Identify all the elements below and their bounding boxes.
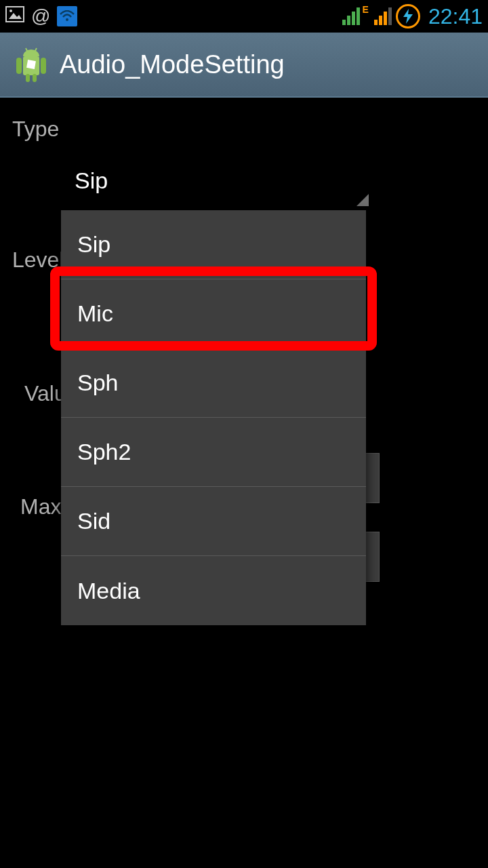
spinner-selected: Sip (75, 167, 108, 194)
svg-rect-0 (6, 7, 24, 22)
svg-rect-12 (26, 60, 36, 69)
dropdown-item-mic[interactable]: Mic (61, 279, 366, 349)
edge-indicator: E (363, 4, 369, 15)
svg-rect-9 (33, 74, 37, 82)
wifi-icon (57, 6, 77, 26)
dropdown-item-sph[interactable]: Sph (61, 349, 366, 418)
battery-charging-icon (396, 4, 420, 28)
signal-1-icon (342, 7, 360, 25)
svg-point-2 (9, 9, 12, 12)
at-icon: @ (31, 5, 50, 27)
dropdown-item-sph2[interactable]: Sph2 (61, 418, 366, 487)
app-title: Audio_ModeSetting (60, 50, 285, 79)
svg-rect-5 (16, 58, 22, 74)
status-left-icons: @ (5, 5, 77, 27)
type-dropdown: Sip Mic Sph Sph2 Sid Media (61, 210, 366, 625)
svg-point-3 (66, 18, 68, 21)
label-type: Type (12, 117, 476, 142)
dropdown-item-sip[interactable]: Sip (61, 210, 366, 279)
svg-marker-4 (403, 9, 413, 24)
gallery-icon (5, 5, 24, 27)
spinner-arrow-icon (357, 194, 369, 206)
dropdown-item-media[interactable]: Media (61, 556, 366, 625)
type-spinner[interactable]: Sip (64, 153, 370, 208)
svg-rect-8 (26, 74, 30, 82)
app-icon (11, 43, 52, 86)
dropdown-item-sid[interactable]: Sid (61, 487, 366, 556)
signal-2-icon (374, 7, 392, 25)
svg-marker-1 (9, 13, 22, 19)
status-bar: @ E 22:41 (0, 0, 488, 33)
svg-rect-6 (41, 58, 46, 74)
clock: 22:41 (428, 4, 483, 29)
status-right-icons: E 22:41 (342, 4, 483, 29)
app-bar: Audio_ModeSetting (0, 33, 488, 98)
